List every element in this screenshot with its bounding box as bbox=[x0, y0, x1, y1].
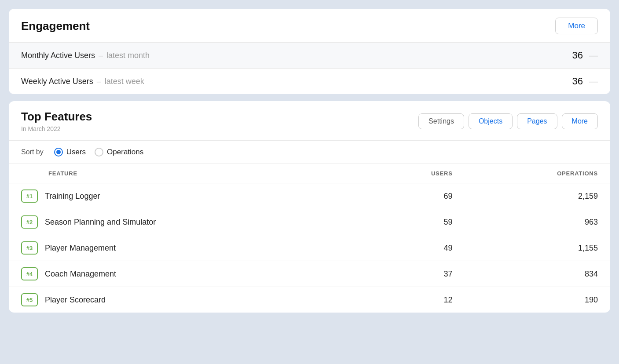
metric-sublabel: latest week bbox=[105, 77, 144, 86]
filter-button-pages[interactable]: Pages bbox=[517, 113, 557, 129]
sort-row: Sort by UsersOperations bbox=[9, 140, 610, 164]
feature-cell: #2 Season Planning and Simulator bbox=[9, 209, 363, 235]
users-cell: 12 bbox=[363, 287, 465, 313]
sort-label: Sort by bbox=[21, 148, 44, 156]
rank-badge: #1 bbox=[21, 189, 38, 203]
metric-value: 36 bbox=[572, 76, 583, 87]
sort-option-label: Users bbox=[66, 148, 86, 157]
rank-badge: #4 bbox=[21, 267, 38, 280]
features-table: FEATURE USERS OPERATIONS #1 Training Log… bbox=[9, 164, 610, 313]
table-row: #3 Player Management 49 1,155 bbox=[9, 235, 610, 261]
top-features-card: Top Features In March 2022 SettingsObjec… bbox=[9, 101, 610, 313]
feature-name: Coach Management bbox=[45, 269, 116, 279]
features-title-block: Top Features In March 2022 bbox=[21, 110, 92, 132]
metric-label: Weekly Active Users – latest week bbox=[21, 77, 144, 86]
filter-button-objects[interactable]: Objects bbox=[469, 113, 513, 129]
operations-cell: 963 bbox=[465, 209, 610, 235]
operations-cell: 190 bbox=[465, 287, 610, 313]
table-row: #1 Training Logger 69 2,159 bbox=[9, 183, 610, 209]
operations-cell: 834 bbox=[465, 261, 610, 287]
users-cell: 49 bbox=[363, 235, 465, 261]
features-title: Top Features bbox=[21, 110, 92, 124]
feature-cell: #3 Player Management bbox=[9, 235, 363, 261]
users-cell: 37 bbox=[363, 261, 465, 287]
feature-name: Training Logger bbox=[45, 192, 100, 201]
metric-value-area: 36 — bbox=[572, 50, 598, 61]
sort-radio-group: UsersOperations bbox=[54, 148, 144, 157]
sort-option-label: Operations bbox=[107, 148, 143, 157]
rank-badge: #5 bbox=[21, 293, 38, 306]
metric-name: Monthly Active Users bbox=[21, 51, 95, 60]
users-cell: 69 bbox=[363, 183, 465, 209]
features-table-body: #1 Training Logger 69 2,159 #2 Season Pl… bbox=[9, 183, 610, 313]
metric-row: Weekly Active Users – latest week 36 — bbox=[9, 68, 610, 94]
table-row: #2 Season Planning and Simulator 59 963 bbox=[9, 209, 610, 235]
feature-name: Player Management bbox=[45, 244, 116, 253]
sort-option-users[interactable]: Users bbox=[54, 148, 86, 157]
feature-cell: #5 Player Scorecard bbox=[9, 287, 363, 313]
col-feature: FEATURE bbox=[9, 164, 363, 183]
col-operations: OPERATIONS bbox=[465, 164, 610, 183]
users-cell: 59 bbox=[363, 209, 465, 235]
metric-value-area: 36 — bbox=[572, 76, 598, 87]
metric-value: 36 bbox=[572, 50, 583, 61]
metric-sublabel: latest month bbox=[106, 51, 150, 60]
sort-option-operations[interactable]: Operations bbox=[95, 148, 143, 157]
metric-label: Monthly Active Users – latest month bbox=[21, 51, 150, 60]
engagement-metrics: Monthly Active Users – latest month 36 —… bbox=[9, 42, 610, 94]
engagement-card: Engagement More Monthly Active Users – l… bbox=[9, 9, 610, 94]
feature-name: Player Scorecard bbox=[45, 295, 106, 305]
features-subtitle: In March 2022 bbox=[21, 125, 92, 132]
filter-button-settings[interactable]: Settings bbox=[418, 113, 464, 129]
radio-unchecked-icon bbox=[95, 148, 103, 157]
rank-badge: #2 bbox=[21, 215, 38, 229]
engagement-title: Engagement bbox=[21, 19, 90, 33]
metric-dash: — bbox=[589, 76, 598, 87]
feature-name: Season Planning and Simulator bbox=[45, 218, 156, 227]
table-header: FEATURE USERS OPERATIONS bbox=[9, 164, 610, 183]
metric-name: Weekly Active Users bbox=[21, 77, 93, 86]
engagement-more-button[interactable]: More bbox=[555, 18, 598, 34]
radio-checked-icon bbox=[54, 148, 63, 157]
operations-cell: 2,159 bbox=[465, 183, 610, 209]
metric-row: Monthly Active Users – latest month 36 — bbox=[9, 42, 610, 68]
operations-cell: 1,155 bbox=[465, 235, 610, 261]
filter-button-more[interactable]: More bbox=[562, 113, 598, 129]
metric-separator: – bbox=[99, 51, 103, 60]
feature-cell: #1 Training Logger bbox=[9, 183, 363, 209]
rank-badge: #3 bbox=[21, 241, 38, 255]
col-users: USERS bbox=[363, 164, 465, 183]
feature-cell: #4 Coach Management bbox=[9, 261, 363, 287]
features-header: Top Features In March 2022 SettingsObjec… bbox=[9, 101, 610, 140]
engagement-header: Engagement More bbox=[9, 9, 610, 42]
features-filter-buttons: SettingsObjectsPagesMore bbox=[418, 113, 598, 129]
table-row: #4 Coach Management 37 834 bbox=[9, 261, 610, 287]
table-row: #5 Player Scorecard 12 190 bbox=[9, 287, 610, 313]
metric-separator: – bbox=[97, 77, 101, 86]
metric-dash: — bbox=[589, 51, 598, 61]
